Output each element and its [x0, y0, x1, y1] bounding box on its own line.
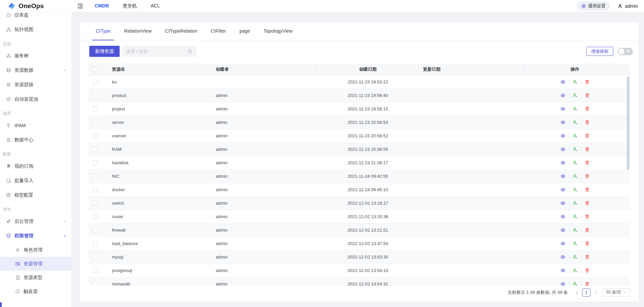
grant-user-icon[interactable] [573, 187, 578, 192]
view-icon[interactable] [560, 120, 565, 125]
view-icon[interactable] [560, 79, 565, 84]
menu-fold-icon[interactable] [77, 3, 84, 9]
group-toggle[interactable]: 组 [618, 48, 633, 55]
table-scrollbar-thumb[interactable] [627, 76, 630, 170]
grant-user-icon[interactable] [573, 106, 578, 111]
grant-user-icon[interactable] [573, 254, 578, 260]
view-icon[interactable] [560, 147, 565, 152]
grant-user-icon[interactable] [573, 268, 578, 273]
tab-topologyview[interactable]: TopologyView [263, 22, 293, 40]
delete-icon[interactable] [585, 228, 590, 233]
view-icon[interactable] [560, 201, 565, 206]
view-icon[interactable] [560, 93, 565, 98]
row-checkbox[interactable] [93, 133, 98, 138]
page-1-button[interactable]: 1 [582, 288, 590, 297]
grant-user-icon[interactable] [573, 120, 578, 125]
row-checkbox[interactable] [93, 228, 98, 233]
delete-icon[interactable] [585, 106, 590, 111]
view-icon[interactable] [560, 228, 565, 233]
sidebar-item-resource-level[interactable]: 资源层级 [0, 77, 71, 92]
view-icon[interactable] [560, 133, 565, 138]
view-icon[interactable] [560, 254, 565, 260]
delete-icon[interactable] [585, 201, 590, 206]
row-checkbox[interactable] [93, 268, 98, 273]
view-icon[interactable] [560, 160, 565, 165]
grant-user-icon[interactable] [573, 133, 578, 138]
grant-user-icon[interactable] [573, 281, 578, 286]
delete-icon[interactable] [585, 79, 590, 84]
sidebar-item-datacenter[interactable]: 数据中心 [0, 133, 71, 147]
row-checkbox[interactable] [93, 106, 98, 111]
tab-cifilter[interactable]: CIFilter [210, 22, 227, 40]
delete-icon[interactable] [585, 160, 590, 165]
grant-user-icon[interactable] [573, 93, 578, 98]
search-box[interactable] [122, 46, 196, 57]
sidebar-item-resource-type[interactable]: 资源类型 [0, 271, 71, 284]
delete-icon[interactable] [585, 120, 590, 125]
delete-icon[interactable] [585, 93, 590, 98]
sidebar-item-resource-admin[interactable]: 资源管理 [0, 257, 71, 271]
delete-icon[interactable] [585, 281, 590, 286]
sidebar-item-role-admin[interactable]: 角色管理 [0, 243, 71, 257]
row-checkbox[interactable] [93, 174, 98, 179]
delete-icon[interactable] [585, 214, 590, 219]
view-icon[interactable] [560, 174, 565, 179]
delete-icon[interactable] [585, 241, 590, 246]
sidebar-item-ipam[interactable]: IPAM [0, 118, 71, 133]
top-nav-cmdb[interactable]: CMDB [95, 3, 109, 9]
view-icon[interactable] [560, 241, 565, 246]
sidebar-item-service-tree[interactable]: 服务树 [0, 48, 71, 63]
sidebar-item-backend-admin[interactable]: 后台管理 [0, 214, 71, 229]
row-checkbox[interactable] [93, 187, 98, 192]
view-icon[interactable] [560, 187, 565, 192]
grant-user-icon[interactable] [573, 79, 578, 84]
row-checkbox[interactable] [93, 147, 98, 152]
top-nav-acl[interactable]: ACL [151, 3, 160, 9]
user-menu[interactable]: admin [617, 3, 638, 9]
sidebar-item-auto-discovery[interactable]: 自动发现池 [0, 92, 71, 106]
select-all-checkbox[interactable] [93, 67, 98, 72]
grant-user-icon[interactable] [573, 160, 578, 165]
grant-user-icon[interactable] [573, 214, 578, 219]
row-checkbox[interactable] [93, 254, 98, 260]
grant-user-icon[interactable] [573, 201, 578, 206]
grant-user-icon[interactable] [573, 241, 578, 246]
view-icon[interactable] [560, 268, 565, 273]
prev-page-button[interactable] [574, 290, 580, 295]
delete-icon[interactable] [585, 254, 590, 260]
sidebar-item-my-subscription[interactable]: 我的订阅 [0, 159, 71, 173]
view-icon[interactable] [560, 214, 565, 219]
add-resource-button[interactable]: 新增资源 [89, 46, 120, 57]
search-input[interactable] [126, 49, 188, 54]
tab-page[interactable]: page [239, 22, 251, 40]
delete-icon[interactable] [585, 133, 590, 138]
grant-user-icon[interactable] [573, 174, 578, 179]
row-checkbox[interactable] [93, 160, 98, 165]
delete-icon[interactable] [585, 147, 590, 152]
grant-user-icon[interactable] [573, 147, 578, 152]
delete-icon[interactable] [585, 174, 590, 179]
view-icon[interactable] [560, 281, 565, 286]
row-checkbox[interactable] [93, 214, 98, 219]
row-checkbox[interactable] [93, 93, 98, 98]
sidebar-item-trigger[interactable]: 触发器 [0, 284, 71, 298]
quick-auth-button[interactable]: 便捷授权 [586, 47, 613, 56]
row-checkbox[interactable] [93, 79, 98, 84]
delete-icon[interactable] [585, 187, 590, 192]
delete-icon[interactable] [585, 268, 590, 273]
tab-relationview[interactable]: RelationView [123, 22, 152, 40]
general-settings-button[interactable]: 通用设置 [577, 1, 610, 10]
sidebar-item-topology-view[interactable]: 拓扑视图 [0, 22, 71, 37]
sidebar-item-dashboard[interactable]: 仪表盘 [0, 12, 71, 22]
row-checkbox[interactable] [93, 120, 98, 125]
tab-citype[interactable]: CIType [95, 22, 111, 40]
page-size-select[interactable]: 50 条/页 [603, 288, 630, 297]
row-checkbox[interactable] [93, 241, 98, 246]
grant-user-icon[interactable] [573, 228, 578, 233]
row-checkbox[interactable] [93, 201, 98, 206]
sidebar-item-batch-import[interactable]: 批量导入 [0, 173, 71, 188]
next-page-button[interactable] [593, 290, 599, 295]
sidebar-item-resource-data[interactable]: 资源数据 [0, 63, 71, 77]
top-nav-堡垒机[interactable]: 堡垒机 [123, 3, 137, 9]
row-checkbox[interactable] [93, 281, 98, 286]
